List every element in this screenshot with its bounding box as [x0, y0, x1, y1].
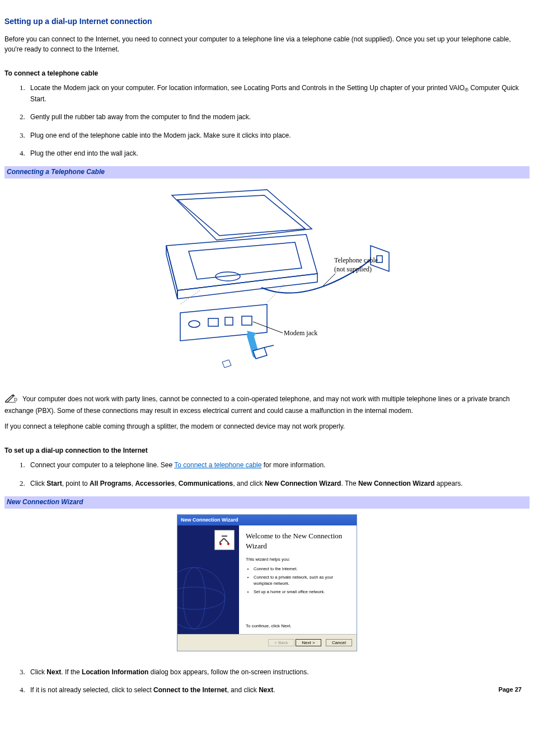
note-icon: D	[4, 393, 18, 406]
svg-rect-5	[177, 302, 345, 369]
svg-text:D: D	[14, 397, 17, 402]
intro-paragraph: Before you can connect to the Internet, …	[4, 35, 530, 54]
svg-text:Modem jack: Modem jack	[284, 329, 317, 337]
steps-dialup: Connect your computer to a telephone lin…	[4, 460, 530, 489]
wizard-cancel-button[interactable]: Cancel	[326, 639, 352, 646]
note-party-lines: D Your computer does not work with party…	[4, 393, 530, 416]
svg-point-20	[219, 543, 222, 545]
figure-wizard: New Connection Wizard Welcome to the New…	[4, 509, 530, 657]
steps-dialup-cont: Click Next. If the Location Information …	[4, 667, 530, 696]
step-3: Plug one end of the telephone cable into…	[27, 130, 530, 140]
figure-caption-wizard: New Connection Wizard	[4, 496, 530, 508]
dialup-step-1: Connect your computer to a telephone lin…	[27, 460, 530, 470]
wizard-next-button[interactable]: Next >	[296, 639, 321, 646]
dialup-step-2: Click Start, point to All Programs, Acce…	[27, 478, 530, 489]
section-heading-dialup: To set up a dial-up connection to the In…	[4, 446, 530, 456]
svg-point-0	[216, 272, 240, 281]
page-number: Page 27	[498, 685, 522, 694]
figure-telephone-cable: Telephone cable (not supplied)	[4, 179, 530, 380]
section-heading-connect-cable: To connect a telephone cable	[4, 69, 530, 78]
page-title: Setting up a dial-up Internet connection	[4, 16, 530, 27]
link-connect-cable[interactable]: To connect a telephone cable	[174, 461, 261, 469]
wizard-titlebar: New Connection Wizard	[177, 515, 357, 525]
wizard-heading: Welcome to the New Connection Wizard	[246, 531, 350, 552]
step-4: Plug the other end into the wall jack.	[27, 148, 530, 158]
dialup-step-4: If it is not already selected, click to …	[27, 685, 530, 695]
steps-connect-cable: Locate the Modem jack on your computer. …	[4, 83, 530, 158]
note-splitter: If you connect a telephone cable coming …	[4, 422, 530, 431]
svg-point-21	[227, 543, 229, 545]
figure-caption-cable: Connecting a Telephone Cable	[4, 166, 530, 178]
connection-icon	[217, 533, 232, 547]
svg-text:Telephone cable: Telephone cable	[334, 256, 378, 264]
wizard-back-button: < Back	[268, 639, 294, 646]
dialup-step-3: Click Next. If the Location Information …	[27, 667, 530, 677]
step-1: Locate the Modem jack on your computer. …	[27, 83, 530, 104]
step-2: Gently pull the rubber tab away from the…	[27, 112, 530, 122]
svg-text:(not supplied): (not supplied)	[334, 265, 372, 273]
